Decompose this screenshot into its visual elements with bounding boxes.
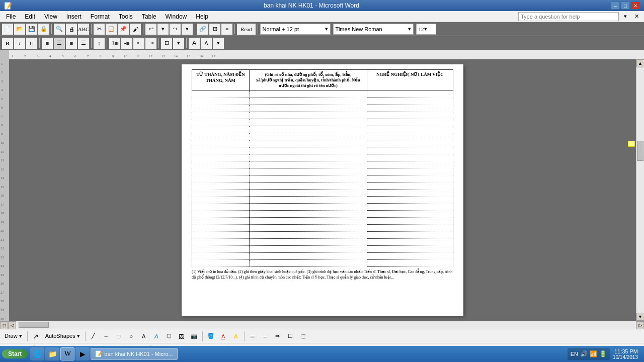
arrow-tool[interactable]: → [101, 331, 112, 342]
print-preview-button[interactable]: 🔍 [54, 24, 65, 35]
font-size-dropdown[interactable]: 12 ▾ [416, 24, 436, 35]
line-style-btn[interactable]: ═ [247, 331, 258, 342]
h-scroll-thumb[interactable] [19, 322, 49, 328]
lang-tray-icon: EN [571, 351, 578, 357]
scroll-thumb[interactable] [637, 141, 643, 161]
network-icon[interactable]: 📶 [590, 350, 597, 357]
menu-help[interactable]: Help [192, 12, 212, 21]
scroll-right-btn[interactable]: ▷ [636, 321, 644, 329]
select-button[interactable]: ↗ [30, 331, 41, 342]
scroll-track[interactable] [636, 67, 644, 313]
italic-button[interactable]: I [14, 38, 25, 49]
bold-button[interactable]: B [2, 38, 13, 49]
help-search-btn[interactable]: ▾ [620, 11, 631, 22]
numbering-button[interactable]: 1≡ [109, 38, 120, 49]
outside-border-button[interactable]: ⊟ [161, 38, 172, 49]
picture-tool[interactable]: 📷 [189, 331, 200, 342]
align-left-button[interactable]: ≡ [42, 38, 53, 49]
taskbar-mediaplayer-icon[interactable]: ▶ [75, 347, 90, 360]
menu-file[interactable]: File [2, 12, 20, 21]
redo-button[interactable]: ↪ [170, 24, 181, 35]
taskbar-ie-icon[interactable]: 🌐 [30, 347, 44, 360]
start-button[interactable]: Start [2, 349, 28, 358]
battery-icon[interactable]: 🔋 [599, 350, 607, 357]
read-button[interactable]: Read [237, 24, 256, 35]
paste-button[interactable]: 📌 [118, 24, 129, 35]
save-button[interactable]: 💾 [26, 24, 37, 35]
open-button[interactable]: 📂 [14, 24, 25, 35]
bullets-button[interactable]: •≡ [121, 38, 132, 49]
menu-tools[interactable]: Tools [115, 12, 137, 21]
taskbar-folder-icon[interactable]: 📁 [45, 347, 59, 360]
ellipse-tool[interactable]: ○ [126, 331, 137, 342]
line-color-btn[interactable]: A [218, 331, 229, 342]
doc-view-normal[interactable]: ◻ [0, 321, 8, 329]
wordart-tool[interactable]: A [151, 331, 162, 342]
menu-table[interactable]: Table [138, 12, 160, 21]
document-area[interactable]: TỪ THÁNG, NĂM ĐẾN THÁNG, NĂM (Ghi rõ số … [9, 59, 636, 321]
line-spacing-button[interactable]: ↕ [94, 38, 105, 49]
border-dropdown-button[interactable]: ▾ [173, 38, 184, 49]
permission-button[interactable]: 🔒 [38, 24, 49, 35]
decrease-indent-button[interactable]: ⇤ [133, 38, 144, 49]
diagram-tool[interactable]: ⬡ [164, 331, 175, 342]
scroll-left-btn[interactable]: ◁ [8, 321, 16, 329]
3d-btn[interactable]: ⬚ [297, 331, 308, 342]
taskbar-app-1[interactable]: 📝 ban khai NK HK01 - Micro... [91, 348, 177, 360]
shadow-btn[interactable]: ☐ [285, 331, 296, 342]
table-row [192, 147, 453, 154]
vertical-scrollbar[interactable]: ▲ ▼ [636, 59, 644, 321]
clipart-tool[interactable]: 🖼 [176, 331, 187, 342]
highlight-button[interactable]: A [189, 38, 200, 49]
font-color-dropdown[interactable]: ▾ [213, 38, 224, 49]
autoshapes-button[interactable]: AutoShapes ▾ [43, 331, 83, 342]
menu-view[interactable]: View [40, 12, 61, 21]
align-right-button[interactable]: ≡ [66, 38, 77, 49]
style-dropdown[interactable]: Normal + 12 pt ▾ [260, 24, 331, 35]
line-tool[interactable]: ╱ [88, 331, 99, 342]
align-center-button[interactable]: ☰ [54, 38, 65, 49]
new-button[interactable]: 📄 [2, 24, 13, 35]
horizontal-scroll-area[interactable]: ◻ ◁ ▷ [0, 321, 644, 329]
help-close-btn[interactable]: ✕ [631, 11, 642, 22]
justify-button[interactable]: ☰ [78, 38, 89, 49]
copy-button[interactable]: 📋 [106, 24, 117, 35]
maximize-button[interactable]: □ [621, 2, 630, 10]
fill-color-btn[interactable]: 🪣 [205, 331, 216, 342]
font-color-btn2[interactable]: A [230, 331, 242, 342]
document-notes: (1) Viết chữ in hoa đủ dấu. (2) ghi theo… [192, 269, 453, 280]
dash-style-btn[interactable]: -- [260, 331, 271, 342]
minimize-button[interactable]: – [611, 2, 620, 10]
font-dropdown[interactable]: Times New Roman ▾ [333, 24, 414, 35]
close-button[interactable]: ✕ [631, 2, 640, 10]
menu-insert[interactable]: Insert [62, 12, 86, 21]
spell-button[interactable]: ABC [78, 24, 89, 35]
scroll-down-button[interactable]: ▼ [636, 313, 645, 321]
redo-dropdown[interactable]: ▾ [182, 24, 193, 35]
cut-button[interactable]: ✂ [94, 24, 105, 35]
underline-button[interactable]: U [26, 38, 37, 49]
taskbar-word-icon[interactable]: W [60, 347, 74, 360]
speaker-icon[interactable]: 🔊 [580, 350, 588, 357]
table-button[interactable]: ⊞ [209, 24, 220, 35]
clock[interactable]: 11:35 PM 10/14/2013 [613, 348, 638, 360]
draw-button[interactable]: Draw ▾ [2, 331, 25, 342]
scroll-up-button[interactable]: ▲ [636, 59, 645, 67]
hyperlink-button[interactable]: 🔗 [197, 24, 208, 35]
textbox-tool[interactable]: A [138, 331, 149, 342]
arrow-style-btn[interactable]: ⇒ [272, 331, 283, 342]
undo-dropdown[interactable]: ▾ [157, 24, 169, 35]
h-scroll-track[interactable] [16, 321, 636, 329]
print-button[interactable]: 🖨 [66, 24, 77, 35]
increase-indent-button[interactable]: ⇥ [145, 38, 156, 49]
tray-icons: EN 🔊 📶 🔋 [568, 348, 610, 360]
undo-button[interactable]: ↩ [145, 24, 156, 35]
menu-edit[interactable]: Edit [21, 12, 39, 21]
menu-format[interactable]: Format [87, 12, 114, 21]
menu-window[interactable]: Window [162, 12, 191, 21]
columns-button[interactable]: ≡ [221, 24, 232, 35]
rect-tool[interactable]: □ [113, 331, 124, 342]
font-color-button[interactable]: A [201, 38, 212, 49]
format-painter-button[interactable]: 🖌 [130, 24, 141, 35]
help-search[interactable] [518, 12, 619, 21]
